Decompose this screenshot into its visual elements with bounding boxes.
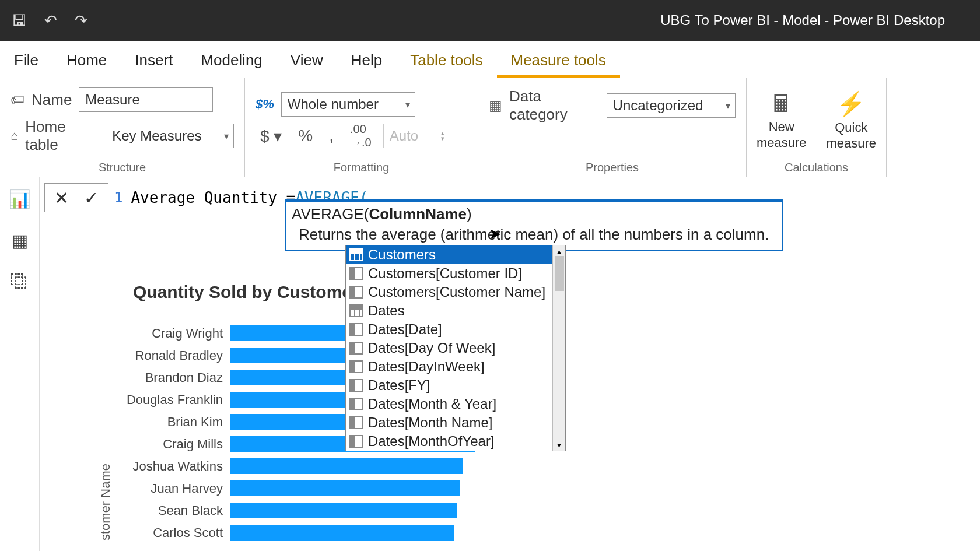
column-icon xyxy=(349,379,363,392)
autocomplete-item[interactable]: Dates xyxy=(346,301,552,320)
function-tooltip: AVERAGE(ColumnName) Returns the average … xyxy=(285,199,783,251)
bar-row: Joshua Watkins xyxy=(118,458,504,474)
autocomplete-item[interactable]: Dates[MonthOfYear] xyxy=(346,432,552,451)
bar-label: Joshua Watkins xyxy=(118,459,223,474)
group-properties-label: Properties xyxy=(489,157,736,177)
menu-help[interactable]: Help xyxy=(337,44,396,78)
menu-file[interactable]: File xyxy=(0,44,52,78)
scroll-down-icon[interactable]: ▾ xyxy=(557,440,561,450)
table-icon xyxy=(349,248,363,261)
column-icon xyxy=(349,416,363,429)
autocomplete-item[interactable]: Dates[DayInWeek] xyxy=(346,357,552,376)
menu-view[interactable]: View xyxy=(276,44,337,78)
undo-icon[interactable]: ↶ xyxy=(44,12,57,30)
column-icon xyxy=(349,286,363,299)
group-calculations-label: Calculations xyxy=(757,157,876,177)
data-view-icon[interactable]: ▦ xyxy=(12,230,28,251)
name-label: Name xyxy=(32,91,72,109)
redo-icon[interactable]: ↷ xyxy=(75,12,88,30)
category-label: Data category xyxy=(509,87,600,124)
view-rail: 📊 ▦ ⿻ xyxy=(0,177,40,551)
ribbon: 🏷 Name ⌂ Home table Key Measures Structu… xyxy=(0,78,980,177)
calculator-icon: 🖩 xyxy=(770,91,793,117)
bar-label: Craig Wright xyxy=(118,326,223,341)
name-input[interactable] xyxy=(79,87,213,112)
canvas: ✕ ✓ 1 Average Quantity = AVERAGE( AVERAG… xyxy=(40,177,980,551)
bar-label: Craig Mills xyxy=(118,437,223,452)
autocomplete-item[interactable]: Dates[Month & Year] xyxy=(346,395,552,413)
autocomplete-dropdown[interactable]: CustomersCustomers[Customer ID]Customers… xyxy=(345,245,566,451)
bar[interactable] xyxy=(230,525,454,541)
bar-label: Carlos Scott xyxy=(118,525,223,541)
menu-home[interactable]: Home xyxy=(52,44,121,78)
intellisense-popup: AVERAGE(ColumnName) Returns the average … xyxy=(285,199,783,251)
bar-label: Juan Harvey xyxy=(118,481,223,496)
column-icon xyxy=(349,342,363,355)
autocomplete-item[interactable]: Dates[Month Name] xyxy=(346,413,552,432)
group-structure-label: Structure xyxy=(10,157,234,177)
menu-bar: File Home Insert Modeling View Help Tabl… xyxy=(0,41,980,78)
bar-label: Brian Kim xyxy=(118,415,223,430)
menu-modeling[interactable]: Modeling xyxy=(187,44,276,78)
bar-label: Ronald Bradley xyxy=(118,348,223,363)
lightning-icon: ⚡ xyxy=(836,90,866,118)
tooltip-description: Returns the average (arithmetic mean) of… xyxy=(292,226,776,244)
app-title: UBG To Power BI - Model - Power BI Deskt… xyxy=(660,12,945,29)
comma-button[interactable]: , xyxy=(324,127,338,145)
scroll-up-icon[interactable]: ▴ xyxy=(557,247,561,256)
line-number: 1 xyxy=(114,189,123,206)
column-icon xyxy=(349,360,363,373)
title-bar: 🖫 ↶ ↷ UBG To Power BI - Model - Power BI… xyxy=(0,0,980,41)
column-icon xyxy=(349,435,363,448)
decimal-auto-input[interactable]: Auto▴▾ xyxy=(383,124,447,148)
table-icon xyxy=(349,304,363,317)
column-icon xyxy=(349,267,363,280)
bar-label: Douglas Franklin xyxy=(118,392,223,408)
format-select[interactable]: Whole number xyxy=(281,92,415,117)
autocomplete-item[interactable]: Customers xyxy=(346,245,552,264)
bar-label: Brandon Diaz xyxy=(118,370,223,385)
save-icon[interactable]: 🖫 xyxy=(12,12,27,30)
autocomplete-item[interactable]: Dates[Date] xyxy=(346,320,552,339)
column-icon xyxy=(349,323,363,336)
column-icon xyxy=(349,398,363,410)
y-axis-label: stomer Name xyxy=(98,446,113,541)
currency-button[interactable]: $ ▾ xyxy=(256,127,286,146)
scroll-thumb[interactable] xyxy=(555,256,564,291)
percent-button[interactable]: % xyxy=(293,127,317,145)
menu-insert[interactable]: Insert xyxy=(121,44,187,78)
menu-table-tools[interactable]: Table tools xyxy=(396,44,496,78)
autocomplete-item[interactable]: Dates[FY] xyxy=(346,376,552,395)
quick-measure-button[interactable]: ⚡ Quick measure xyxy=(820,90,884,151)
menu-measure-tools[interactable]: Measure tools xyxy=(497,44,620,78)
bar-row: Juan Harvey xyxy=(118,480,504,496)
group-formatting-label: Formatting xyxy=(256,157,467,177)
bar[interactable] xyxy=(230,503,457,518)
bar-row: Carlos Scott xyxy=(118,525,504,541)
home-table-select[interactable]: Key Measures xyxy=(106,124,234,148)
home-table-label: Home table xyxy=(25,118,99,154)
new-measure-button[interactable]: 🖩 New measure xyxy=(750,91,814,150)
commit-formula-icon[interactable]: ✓ xyxy=(84,188,99,208)
decimal-button[interactable]: .00→.0 xyxy=(345,122,376,149)
bar[interactable] xyxy=(230,480,460,496)
report-view-icon[interactable]: 📊 xyxy=(9,189,30,209)
dropdown-scrollbar[interactable]: ▴ ▾ xyxy=(552,245,565,451)
autocomplete-item[interactable]: Customers[Customer Name] xyxy=(346,283,552,301)
autocomplete-item[interactable]: Customers[Customer ID] xyxy=(346,264,552,283)
model-view-icon[interactable]: ⿻ xyxy=(11,272,29,292)
bar-row: Sean Black xyxy=(118,503,504,518)
autocomplete-item[interactable]: Dates[Day Of Week] xyxy=(346,339,552,357)
category-select[interactable]: Uncategorized xyxy=(607,93,736,118)
bar[interactable] xyxy=(230,458,463,474)
formula-actions: ✕ ✓ xyxy=(44,183,108,212)
cancel-formula-icon[interactable]: ✕ xyxy=(54,188,69,208)
bar-label: Sean Black xyxy=(118,503,223,518)
